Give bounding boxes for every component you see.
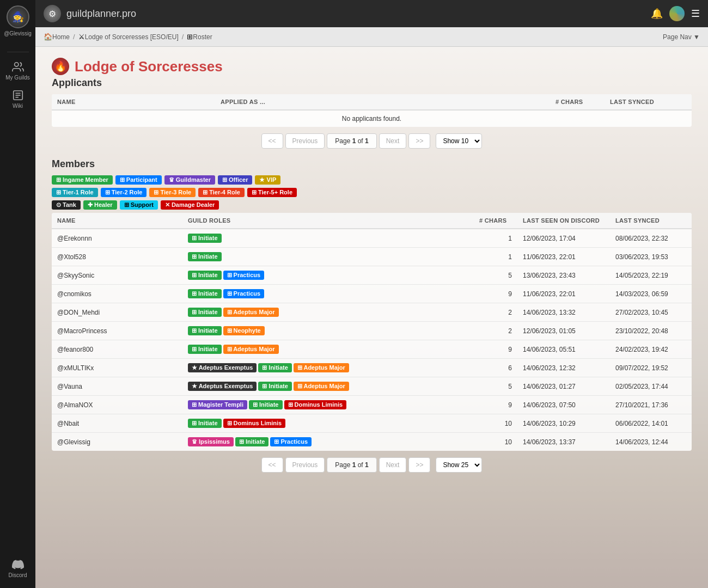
member-roles: ★ Adeptus Exemptus⊞ Initiate⊞ Adeptus Ma… <box>182 359 474 377</box>
member-name: @xMULTIKx <box>52 359 182 377</box>
breadcrumb-guild[interactable]: Lodge of Sorceresses [ESO/EU] <box>85 33 179 41</box>
member-roles: ⊞ Initiate⊞ Adeptus Major <box>182 303 474 322</box>
table-row[interactable]: @Glevissig♛ Ipsissimus⊞ Initiate⊞ Practi… <box>52 433 692 451</box>
role-badge: ⊞ Dominus Liminis <box>223 419 286 428</box>
role-badge: ⊞ Initiate <box>188 345 222 354</box>
topnav-right: 🔔 ☰ <box>651 6 700 21</box>
members-last-btn[interactable]: >> <box>408 457 430 473</box>
member-chars: 2 <box>474 322 517 340</box>
guild-title: 🔥 Lodge of Sorceresses <box>52 58 692 75</box>
role-badge: ⊞ Adeptus Major <box>294 382 349 391</box>
table-row[interactable]: @AlmaNOX⊞ Magister Templi⊞ Initiate⊞ Dom… <box>52 396 692 414</box>
sidebar-username: @Glevissig <box>4 30 32 36</box>
table-row[interactable]: @Erekonnn⊞ Initiate112/06/2023, 17:0408/… <box>52 229 692 248</box>
members-show-select[interactable]: Show 25 Show 10 Show 50 <box>436 457 482 473</box>
table-row[interactable]: @feanor800⊞ Initiate⊞ Adeptus Major914/0… <box>52 340 692 359</box>
role-badge: ⊞ Initiate <box>258 363 292 372</box>
hamburger-menu[interactable]: ☰ <box>691 8 700 20</box>
applicants-no-data: No applicants found. <box>52 110 692 127</box>
legend-vip: ★ VIP <box>255 175 280 185</box>
sidebar-divider <box>7 52 29 52</box>
table-row[interactable]: @MacroPrincess⊞ Initiate⊞ Neophyte212/06… <box>52 322 692 340</box>
table-row[interactable]: @Xtol528⊞ Initiate111/06/2023, 22:0103/0… <box>52 248 692 266</box>
member-last-discord: 12/06/2023, 17:04 <box>517 229 610 248</box>
member-last-synced: 03/06/2023, 19:53 <box>610 248 692 266</box>
member-roles: ⊞ Initiate <box>182 229 474 248</box>
member-last-discord: 14/06/2023, 13:32 <box>517 303 610 322</box>
member-last-discord: 11/06/2023, 22:01 <box>517 285 610 303</box>
member-roles: ⊞ Initiate⊞ Practicus <box>182 285 474 303</box>
table-row[interactable]: @Nbait⊞ Initiate⊞ Dominus Liminis1014/06… <box>52 414 692 433</box>
member-chars: 5 <box>474 266 517 285</box>
legend-tier5: ⊞ Tier-5+ Role <box>247 188 297 197</box>
role-badge: ⊞ Initiate <box>188 326 222 335</box>
notification-bell[interactable]: 🔔 <box>651 8 663 20</box>
table-row[interactable]: @cnomikos⊞ Initiate⊞ Practicus911/06/202… <box>52 285 692 303</box>
role-badge: ⊞ Initiate <box>258 382 292 391</box>
wiki-icon <box>12 89 24 101</box>
breadcrumb-roster-icon: ⊞ <box>187 33 193 41</box>
legend-tier1: ⊞ Tier-1 Role <box>52 188 98 197</box>
role-badge: ⊞ Initiate <box>188 234 222 243</box>
svg-point-0 <box>14 63 18 66</box>
applicants-col-applied: APPLIED AS ... <box>215 94 550 110</box>
page-content: 🔥 Lodge of Sorceresses Applicants NAME A… <box>35 47 708 588</box>
discord-icon <box>12 559 24 571</box>
members-prev-btn[interactable]: Previous <box>285 457 325 473</box>
role-badge: ⊞ Initiate <box>249 400 283 409</box>
role-badge: ⊞ Practicus <box>223 271 265 280</box>
sidebar-item-wiki[interactable]: Wiki <box>0 85 35 113</box>
legend-tank: ⊙ Tank <box>52 200 81 210</box>
topnav: ⚙ guildplanner.pro 🔔 ☰ <box>35 0 708 27</box>
logo-icon: ⚙ <box>44 5 61 22</box>
applicants-show-select[interactable]: Show 10 Show 25 Show 50 <box>436 133 482 149</box>
member-last-discord: 14/06/2023, 07:50 <box>517 396 610 414</box>
applicants-next-btn[interactable]: Next <box>379 133 407 149</box>
member-chars: 1 <box>474 229 517 248</box>
role-badge: ⊞ Initiate <box>188 252 222 261</box>
member-name: @DON_Mehdi <box>52 303 182 322</box>
table-row[interactable]: @SkyySonic⊞ Initiate⊞ Practicus513/06/20… <box>52 266 692 285</box>
member-chars: 2 <box>474 303 517 322</box>
member-name: @Glevissig <box>52 433 182 451</box>
applicants-last-btn[interactable]: >> <box>408 133 430 149</box>
member-roles: ⊞ Initiate⊞ Neophyte <box>182 322 474 340</box>
member-last-synced: 27/10/2021, 17:36 <box>610 396 692 414</box>
members-next-btn[interactable]: Next <box>379 457 407 473</box>
table-row[interactable]: @Vauna★ Adeptus Exemptus⊞ Initiate⊞ Adep… <box>52 377 692 396</box>
member-roles: ⊞ Magister Templi⊞ Initiate⊞ Dominus Lim… <box>182 396 474 414</box>
applicants-pagination: << Previous Page 1 of 1 Next >> Show 10 … <box>52 133 692 149</box>
role-badge: ⊞ Dominus Liminis <box>284 400 347 409</box>
avatar: 🧙 <box>7 5 29 28</box>
member-last-synced: 08/06/2023, 22:32 <box>610 229 692 248</box>
table-row[interactable]: @DON_Mehdi⊞ Initiate⊞ Adeptus Major214/0… <box>52 303 692 322</box>
applicants-no-data-row: No applicants found. <box>52 110 692 127</box>
sidebar-item-discord[interactable]: Discord <box>0 554 35 583</box>
members-col-chars: # CHARS <box>474 213 517 229</box>
legend-tier4: ⊞ Tier-4 Role <box>198 188 245 197</box>
member-chars: 10 <box>474 414 517 433</box>
member-name: @Erekonnn <box>52 229 182 248</box>
member-chars: 9 <box>474 396 517 414</box>
applicants-first-btn[interactable]: << <box>261 133 283 149</box>
applicants-title: Applicants <box>52 77 692 89</box>
members-first-btn[interactable]: << <box>261 457 283 473</box>
sidebar-item-guilds[interactable]: My Guilds <box>0 57 35 85</box>
breadcrumb-home-icon: 🏠 <box>44 33 52 41</box>
language-globe[interactable] <box>669 6 685 21</box>
members-col-discord: LAST SEEN ON DISCORD <box>517 213 610 229</box>
page-nav-dropdown[interactable]: Page Nav ▼ <box>663 33 700 41</box>
member-chars: 6 <box>474 359 517 377</box>
member-roles: ⊞ Initiate <box>182 248 474 266</box>
applicants-prev-btn[interactable]: Previous <box>285 133 325 149</box>
legend-tier2: ⊞ Tier-2 Role <box>101 188 147 197</box>
breadcrumb-sep-2: / <box>182 33 184 41</box>
role-badge: ⊞ Neophyte <box>223 326 265 335</box>
member-roles: ★ Adeptus Exemptus⊞ Initiate⊞ Adeptus Ma… <box>182 377 474 396</box>
member-name: @MacroPrincess <box>52 322 182 340</box>
sidebar-item-guilds-label: My Guilds <box>5 75 29 81</box>
applicants-table: NAME APPLIED AS ... # CHARS LAST SYNCED … <box>52 94 692 127</box>
table-row[interactable]: @xMULTIKx★ Adeptus Exemptus⊞ Initiate⊞ A… <box>52 359 692 377</box>
members-col-name: NAME <box>52 213 182 229</box>
breadcrumb-home[interactable]: Home <box>52 33 70 41</box>
